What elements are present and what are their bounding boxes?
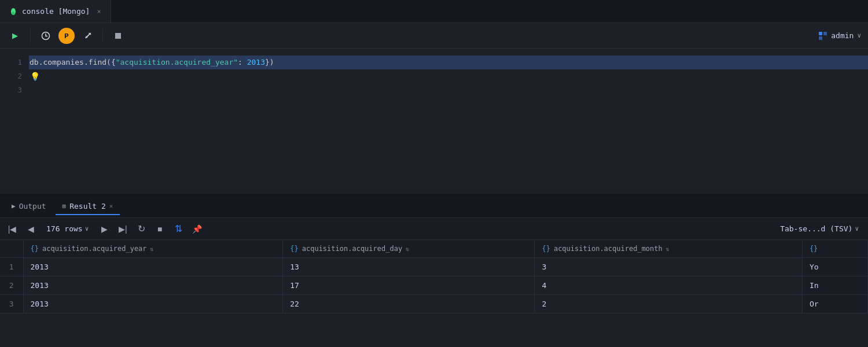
lightbulb-icon: 💡: [30, 69, 40, 83]
row-2-month: 4: [535, 276, 802, 295]
wrench-icon: [83, 31, 92, 40]
results-table: {} acquisition.acquired_year ⇅ {} acquis…: [0, 240, 868, 313]
code-line-1[interactable]: db.companies.find({"acquisition.acquired…: [29, 56, 868, 69]
row-2-day: 17: [283, 276, 535, 295]
code-line-2[interactable]: 💡: [29, 69, 868, 83]
table-header-row: {} acquisition.acquired_year ⇅ {} acquis…: [0, 240, 868, 258]
table-row: 3 2013 22 2 Or: [0, 295, 868, 313]
code-line-3[interactable]: [29, 83, 868, 97]
clock-icon: [41, 31, 50, 40]
result-tab-label: Result 2: [69, 202, 106, 211]
row-1-month: 3: [535, 258, 802, 276]
table-row: 2 2013 17 4 In: [0, 276, 868, 295]
row-3-extra: Or: [802, 295, 867, 313]
admin-chevron: ∨: [857, 32, 861, 39]
pin-button[interactable]: 📌: [189, 222, 204, 237]
settings-button[interactable]: [79, 28, 95, 44]
toolbar-divider-1: [30, 29, 31, 43]
output-tab-icon: ▶: [12, 202, 16, 210]
tab-output[interactable]: ▶ Output: [5, 198, 53, 215]
row-1-index: 1: [0, 258, 23, 276]
col-day-label: acquisition.acquired_day: [302, 245, 402, 253]
prev-page-button[interactable]: ◀: [23, 222, 38, 237]
console-tab[interactable]: console [Mongo] ×: [0, 0, 111, 23]
history-button[interactable]: [38, 28, 54, 44]
svg-rect-3: [115, 33, 121, 39]
tab-title: console [Mongo]: [22, 7, 90, 16]
code-highlighted-block: db.companies.find({"acquisition.acquired…: [29, 56, 275, 69]
row-3-year: 2013: [23, 295, 283, 313]
svg-rect-5: [823, 32, 827, 35]
tab-bar: console [Mongo] ×: [0, 0, 868, 23]
col-extra-type-icon: {}: [810, 245, 818, 253]
panel-tabs: ▶ Output ⊞ Result 2 ×: [0, 196, 868, 218]
editor-toolbar: ▶ P admin ∨: [0, 23, 868, 49]
stop-result-button[interactable]: ■: [152, 222, 167, 237]
col-day-type-icon: {}: [290, 245, 298, 253]
result-tab-icon: ⊞: [62, 202, 67, 210]
toolbar-divider-2: [102, 29, 103, 43]
data-table[interactable]: {} acquisition.acquired_year ⇅ {} acquis…: [0, 240, 868, 347]
row-2-index: 2: [0, 276, 23, 295]
tsv-selector[interactable]: Tab-se...d (TSV) ∨: [775, 222, 863, 235]
table-row: 1 2013 13 3 Yo: [0, 258, 868, 276]
admin-menu[interactable]: admin ∨: [818, 31, 861, 40]
mongo-leaf-icon: [9, 8, 17, 16]
row-3-day: 22: [283, 295, 535, 313]
stop-icon: [115, 32, 122, 39]
col-year-header[interactable]: {} acquisition.acquired_year ⇅: [23, 240, 283, 258]
col-year-label: acquisition.acquired_year: [42, 245, 147, 253]
col-extra-header: {}: [802, 240, 867, 258]
output-tab-label: Output: [19, 202, 46, 211]
admin-label: admin: [831, 31, 854, 40]
tsv-label: Tab-se...d (TSV): [780, 224, 852, 233]
col-day-sort-icon[interactable]: ⇅: [406, 246, 409, 252]
refresh-button[interactable]: ↻: [134, 222, 149, 237]
svg-point-1: [12, 12, 14, 15]
first-page-button[interactable]: |◀: [5, 222, 20, 237]
rows-selector[interactable]: 176 rows ∨: [42, 222, 93, 235]
row-1-extra: Yo: [802, 258, 867, 276]
profile-button[interactable]: P: [58, 28, 75, 44]
row-1-year: 2013: [23, 258, 283, 276]
col-day-header[interactable]: {} acquisition.acquired_day ⇅: [283, 240, 535, 258]
code-content[interactable]: db.companies.find({"acquisition.acquired…: [29, 49, 868, 194]
tab-result-2[interactable]: ⊞ Result 2 ×: [56, 198, 120, 215]
col-year-sort-icon[interactable]: ⇅: [150, 246, 154, 252]
col-month-sort-icon[interactable]: ⇅: [666, 246, 670, 252]
next-page-button[interactable]: ▶: [97, 222, 112, 237]
col-index-header: [0, 240, 23, 258]
row-2-year: 2013: [23, 276, 283, 295]
bottom-panel: ▶ Output ⊞ Result 2 × |◀ ◀ 176 rows ∨ ▶ …: [0, 196, 868, 347]
row-2-extra: In: [802, 276, 867, 295]
line-numbers: 1 2 3: [0, 49, 29, 194]
svg-rect-4: [819, 32, 822, 35]
col-year-type-icon: {}: [31, 245, 39, 253]
tab-close-button[interactable]: ×: [97, 8, 101, 16]
svg-rect-6: [819, 36, 822, 40]
rows-chevron: ∨: [85, 225, 89, 232]
table-body: 1 2013 13 3 Yo 2 2013 17 4 In 3 2013 22: [0, 258, 868, 313]
last-page-button[interactable]: ▶|: [115, 222, 130, 237]
tsv-chevron: ∨: [855, 225, 859, 232]
row-3-index: 3: [0, 295, 23, 313]
admin-icon: [818, 31, 827, 40]
rows-count-label: 176 rows: [46, 224, 83, 233]
swap-button[interactable]: ⇅: [171, 222, 186, 237]
col-month-type-icon: {}: [542, 245, 550, 253]
run-button[interactable]: ▶: [7, 28, 23, 44]
col-month-label: acquisition.acquired_month: [554, 245, 663, 253]
result-tab-close[interactable]: ×: [109, 202, 113, 210]
result-toolbar: |◀ ◀ 176 rows ∨ ▶ ▶| ↻ ■ ⇅ 📌 Tab-se...d …: [0, 218, 868, 240]
code-editor[interactable]: 1 2 3 db.companies.find({"acquisition.ac…: [0, 49, 868, 196]
col-month-header[interactable]: {} acquisition.acquired_month ⇅: [535, 240, 802, 258]
stop-button[interactable]: [110, 28, 126, 44]
row-3-month: 2: [535, 295, 802, 313]
row-1-day: 13: [283, 258, 535, 276]
